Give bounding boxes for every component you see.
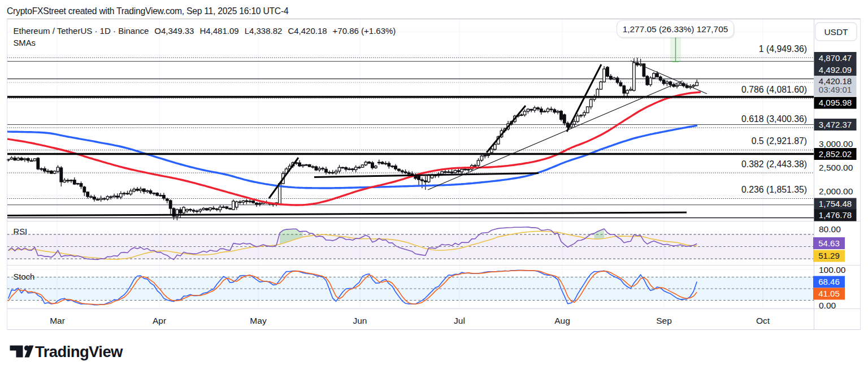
svg-text:CryptoFXStreet created with Tr: CryptoFXStreet created with TradingView.… (7, 6, 289, 16)
svg-text:USDT: USDT (824, 27, 848, 37)
svg-text:0.618 (3,400.36): 0.618 (3,400.36) (741, 114, 807, 124)
svg-text:Jul: Jul (454, 316, 465, 325)
svg-text:4,095.98: 4,095.98 (819, 98, 852, 107)
svg-text:TradingView: TradingView (35, 343, 123, 360)
svg-text:Apr: Apr (153, 316, 166, 325)
svg-text:Stoch: Stoch (14, 272, 35, 281)
svg-text:Oct: Oct (756, 316, 770, 325)
svg-text:0.382 (2,443.38): 0.382 (2,443.38) (741, 159, 807, 169)
svg-text:Sep: Sep (656, 316, 672, 325)
svg-text:3,000.00: 3,000.00 (819, 139, 853, 149)
svg-text:May: May (250, 316, 267, 325)
svg-text:2,500.00: 2,500.00 (819, 163, 853, 172)
svg-text:1,754.48: 1,754.48 (819, 199, 852, 208)
svg-text:1,277.05 (26.33%) 127,705: 1,277.05 (26.33%) 127,705 (623, 24, 728, 34)
svg-text:2,000.00: 2,000.00 (819, 186, 853, 196)
svg-text:Ethereum / TetherUS · 1D · Bin: Ethereum / TetherUS · 1D · BinanceO4,349… (14, 26, 396, 36)
svg-text:100.00: 100.00 (819, 265, 846, 275)
svg-text:0.786 (4,081.60): 0.786 (4,081.60) (741, 85, 807, 94)
svg-text:0.5 (2,921.87): 0.5 (2,921.87) (752, 136, 807, 146)
svg-text:80.00: 80.00 (819, 224, 841, 234)
svg-text:3,472.37: 3,472.37 (819, 120, 852, 129)
svg-text:Mar: Mar (50, 316, 65, 325)
svg-text:4,870.47: 4,870.47 (819, 53, 852, 63)
svg-text:RSI: RSI (14, 227, 28, 236)
svg-text:SMAs: SMAs (14, 38, 36, 47)
svg-text:Jun: Jun (353, 316, 367, 325)
svg-text:1,476.78: 1,476.78 (819, 210, 852, 220)
svg-text:Aug: Aug (554, 316, 570, 325)
svg-text:0.00: 0.00 (819, 301, 836, 310)
svg-text:2,852.02: 2,852.02 (819, 149, 852, 159)
svg-text:1 (4,949.36): 1 (4,949.36) (759, 44, 807, 54)
svg-text:4,492.09: 4,492.09 (819, 65, 852, 75)
svg-text:68.46: 68.46 (818, 277, 840, 286)
svg-text:41.05: 41.05 (818, 289, 840, 298)
svg-text:0.236 (1,851.35): 0.236 (1,851.35) (741, 185, 807, 194)
svg-text:51.29: 51.29 (818, 251, 840, 260)
svg-text:54.63: 54.63 (818, 238, 840, 248)
svg-text:03:49:01: 03:49:01 (819, 85, 852, 94)
